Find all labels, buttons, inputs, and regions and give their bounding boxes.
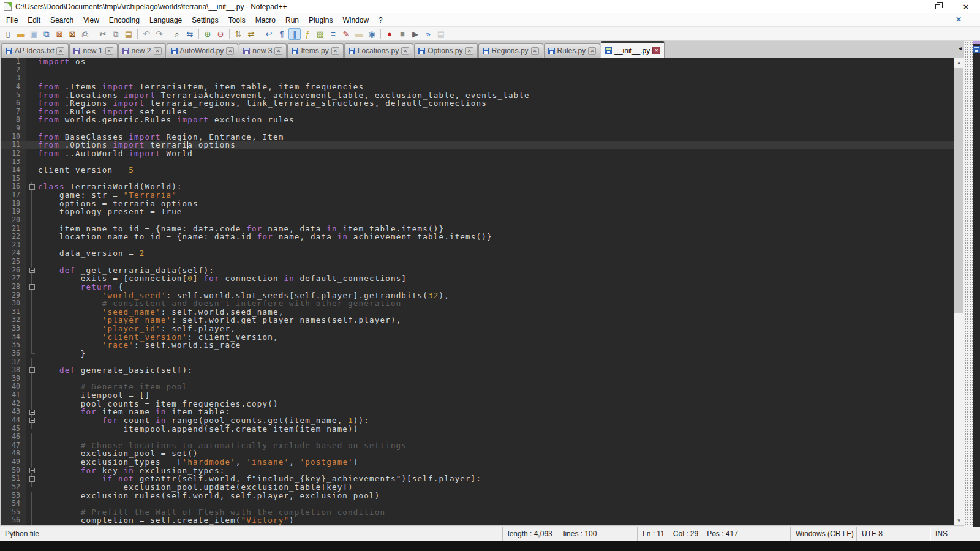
tab-scroll-left-icon[interactable]: ◂ [959, 45, 962, 51]
tab-rules-py[interactable]: Rules.py✕ [544, 43, 601, 58]
cut-button[interactable]: ✂ [97, 28, 109, 40]
code-text[interactable]: item_name_to_id = {name: data.code for n… [38, 225, 954, 233]
undo-button[interactable]: ↶ [140, 28, 153, 40]
tab-new-2[interactable]: new 2✕ [118, 43, 166, 58]
tab-close-icon[interactable]: ✕ [105, 47, 113, 55]
tab-autoworld-py[interactable]: AutoWorld.py✕ [167, 43, 239, 58]
menu-item-edit[interactable]: Edit [23, 15, 45, 26]
code-text[interactable]: location_name_to_id = {name: data.id for… [38, 233, 954, 241]
code-text[interactable]: from ..AutoWorld import World [38, 149, 954, 158]
fold-collapse-icon[interactable] [29, 184, 35, 190]
menu-item-file[interactable]: File [1, 15, 23, 26]
fold-collapse-icon[interactable] [29, 418, 35, 423]
code-text[interactable]: topology_present = True [38, 208, 954, 216]
menu-item-language[interactable]: Language [145, 15, 187, 26]
zoom-out-button[interactable]: ⊖ [214, 28, 227, 40]
tab-close-icon[interactable]: ✕ [154, 47, 162, 55]
code-text[interactable]: from .Items import TerrariaItem, item_ta… [38, 83, 954, 91]
code-text[interactable]: def generate_basic(self): [38, 366, 954, 375]
macro-run-multiple-button[interactable]: » [422, 28, 434, 40]
fold-margin[interactable] [26, 266, 38, 275]
dock-splitter-grip[interactable] [964, 41, 973, 527]
menu-item-view[interactable]: View [78, 15, 104, 26]
folder-as-workspace-button[interactable]: ▬ [353, 28, 365, 40]
tab-locations-py[interactable]: Locations.py✕ [344, 43, 413, 58]
zoom-in-button[interactable]: ⊕ [202, 28, 214, 40]
code-text[interactable]: 'seed_name': self.world.seed_name, [38, 308, 954, 317]
save-button[interactable]: ▣ [28, 28, 40, 40]
tab-close-icon[interactable]: ✕ [274, 47, 282, 55]
code-text[interactable]: return { [38, 283, 954, 291]
code-text[interactable] [38, 216, 954, 225]
tab-close-icon[interactable]: ✕ [401, 47, 409, 55]
code-text[interactable] [38, 358, 954, 367]
menu-item-tools[interactable]: Tools [224, 15, 251, 26]
new-file-button[interactable]: ▯ [2, 28, 14, 40]
word-wrap-button[interactable]: ↩ [263, 28, 275, 40]
code-text[interactable]: # Choose locations to automatically excl… [38, 441, 954, 450]
code-text[interactable]: from .Regions import terraria_regions, l… [38, 99, 954, 108]
tab-new-1[interactable]: new 1✕ [69, 43, 117, 58]
tab-close-icon[interactable]: ✕ [56, 47, 64, 55]
macro-stop-button[interactable]: ■ [396, 28, 409, 40]
code-text[interactable]: # Generate item pool [38, 383, 954, 391]
close-document-icon[interactable]: ✕ [953, 15, 964, 24]
code-text[interactable] [38, 500, 954, 508]
code-text[interactable]: 'player_name': self.world.get_player_nam… [38, 316, 954, 324]
fold-collapse-icon[interactable] [29, 476, 35, 482]
tab-ap-ideas-txt[interactable]: AP Ideas.txt✕ [1, 43, 69, 58]
restore-button[interactable] [924, 0, 952, 13]
replace-button[interactable]: ⇆ [184, 28, 196, 40]
save-all-button[interactable]: ⧉ [40, 28, 53, 40]
code-text[interactable] [38, 433, 954, 441]
code-text[interactable]: completion = self.create_item("Victory") [38, 516, 954, 525]
menu-item-search[interactable]: Search [45, 15, 78, 26]
tab-close-icon[interactable]: ✕ [588, 47, 596, 55]
macro-record-button[interactable]: ● [383, 28, 396, 40]
function-list-button[interactable]: ƒ [301, 28, 314, 40]
code-text[interactable]: } [38, 350, 954, 358]
fold-collapse-icon[interactable] [29, 367, 35, 373]
tab-close-icon[interactable]: ✕ [531, 47, 539, 55]
paste-button[interactable]: ▤ [123, 28, 135, 40]
close-button[interactable]: ⊠ [53, 28, 66, 40]
fold-margin[interactable] [26, 467, 38, 475]
macro-save-button[interactable]: ▤ [435, 28, 447, 40]
vertical-scrollbar[interactable]: ▴ ▾ [954, 58, 964, 525]
fold-collapse-icon[interactable] [29, 268, 35, 273]
fold-collapse-icon[interactable] [29, 284, 35, 290]
tab-items-py[interactable]: Items.py✕ [287, 43, 343, 58]
fold-margin[interactable] [26, 182, 38, 191]
code-text[interactable]: for item_name in item_table: [38, 408, 954, 416]
indent-guide-button[interactable]: ∥ [288, 28, 301, 40]
menu-item-macro[interactable]: Macro [251, 15, 281, 26]
fold-margin[interactable] [26, 474, 38, 483]
code-text[interactable]: exclusion_types = ['hardmode', 'insane',… [38, 458, 954, 467]
print-button[interactable]: ⎙ [79, 28, 91, 40]
code-text[interactable]: client_version = 5 [38, 166, 954, 174]
code-text[interactable]: for count in range(pool_counts.get(item_… [38, 416, 954, 425]
tab-close-icon[interactable]: ✕ [466, 47, 473, 55]
show-all-characters-button[interactable]: ¶ [276, 28, 288, 40]
tab-new-3[interactable]: new 3✕ [239, 43, 287, 58]
code-text[interactable]: itempool.append(self.create_item(item_na… [38, 425, 954, 433]
menu-item-[interactable]: ? [374, 15, 388, 26]
fold-collapse-icon[interactable] [29, 410, 35, 415]
code-text[interactable]: # Prefill the Wall of Flesh with the com… [38, 508, 954, 517]
code-text[interactable] [38, 241, 954, 250]
tab-close-icon[interactable]: ✕ [652, 47, 660, 54]
minimize-button[interactable] [895, 0, 924, 13]
close-button[interactable]: ✕ [952, 0, 980, 13]
code-text[interactable]: 'client_version': client_version, [38, 333, 954, 342]
menu-item-encoding[interactable]: Encoding [104, 15, 145, 26]
code-text[interactable] [38, 158, 954, 167]
fold-margin[interactable] [26, 366, 38, 375]
code-text[interactable]: exclusion_rules(self.world, self.player,… [38, 492, 954, 500]
fold-margin[interactable] [26, 408, 38, 416]
edit-marker-button[interactable]: ✎ [340, 28, 352, 40]
code-text[interactable] [38, 174, 954, 183]
code-text[interactable]: pool_counts = item_frequencies.copy() [38, 400, 954, 408]
tab-options-py[interactable]: Options.py✕ [414, 43, 477, 58]
code-text[interactable]: exclusion_pool = set() [38, 449, 954, 458]
code-text[interactable]: from BaseClasses import Region, Entrance… [38, 133, 954, 141]
